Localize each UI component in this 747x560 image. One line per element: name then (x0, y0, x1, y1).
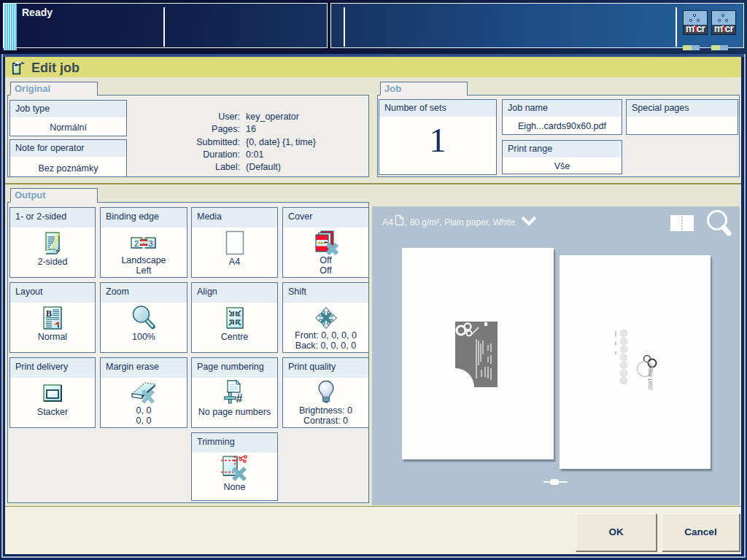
svg-text:2: 2 (134, 239, 139, 248)
svg-text:3: 3 (149, 239, 153, 248)
svg-text:micr 1000: micr 1000 (648, 368, 653, 389)
svg-text:B: B (46, 308, 52, 319)
svg-text:#: # (236, 392, 242, 405)
